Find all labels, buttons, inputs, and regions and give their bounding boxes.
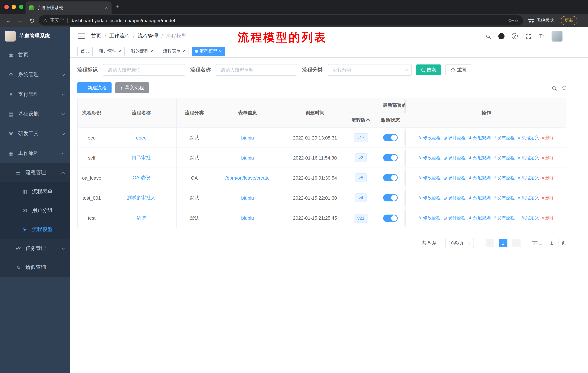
action-process-definition[interactable]: 流程定义 [517,215,539,221]
page-size-select[interactable]: 10条/页 [445,238,474,248]
sidebar-item-user-group[interactable]: 用户分组 [0,201,70,220]
action-process-definition[interactable]: 流程定义 [517,195,539,201]
process-name-link[interactable]: 自己审批 [106,148,177,168]
action-design-process[interactable]: 设计流程 [443,215,465,221]
sidebar-item-payment[interactable]: 支付管理 [0,84,70,104]
tag-home[interactable]: 首页 [77,46,93,56]
sidebar-item-process-management[interactable]: 流程管理 [0,163,70,182]
new-tab-button[interactable] [116,3,120,10]
user-avatar[interactable] [552,30,562,41]
tab-close-icon[interactable] [105,5,108,10]
sidebar-item-process-model[interactable]: 流程模型 [0,220,70,239]
action-edit-process[interactable]: 修改流程 [419,215,440,221]
process-name-link[interactable]: 滔博 [106,208,177,228]
action-delete[interactable]: 删除 [542,215,554,221]
form-info-link[interactable]: biubiu [212,208,283,228]
github-icon[interactable] [498,32,505,40]
sidebar-item-home[interactable]: 首页 [0,45,70,65]
active-toggle[interactable] [383,134,398,141]
create-process-button[interactable]: 新建流程 [77,82,112,93]
process-name-link[interactable]: OA 请假 [106,168,177,188]
form-info-link[interactable]: /bpm/oa/leave/create [212,168,283,188]
close-icon[interactable] [118,49,121,54]
action-assign-rule[interactable]: 分配规则 [468,155,491,161]
active-toggle[interactable] [383,154,398,161]
action-publish-process[interactable]: 发布流程 [494,175,514,181]
action-publish-process[interactable]: 发布流程 [494,155,514,161]
action-edit-process[interactable]: 修改流程 [419,195,440,201]
action-delete[interactable]: 删除 [542,135,554,141]
process-name-input[interactable] [216,64,297,76]
address-bar[interactable]: 不安全 dashboard.yudao.iocoder.cn/bpm/manag… [39,15,523,26]
action-edit-process[interactable]: 修改流程 [419,135,440,141]
active-toggle[interactable] [383,194,398,202]
browser-update-button[interactable]: 更新 [561,16,578,25]
action-design-process[interactable]: 设计流程 [443,195,465,201]
reset-button[interactable]: 重置 [445,64,472,75]
search-button[interactable]: 搜索 [416,64,441,75]
prev-page-button[interactable] [486,239,494,247]
action-process-definition[interactable]: 流程定义 [517,155,539,161]
search-icon[interactable] [484,32,491,40]
form-info-link[interactable]: biubiu [212,188,283,208]
import-process-button[interactable]: 导入流程 [115,82,149,93]
breadcrumb-home[interactable]: 首页 [91,33,101,39]
bookmark-star-icon[interactable] [514,18,519,23]
action-publish-process[interactable]: 发布流程 [494,135,514,141]
table-search-icon[interactable] [552,86,556,90]
help-icon[interactable] [511,32,518,40]
sidebar-item-devtools[interactable]: 研发工具 [0,124,70,143]
next-page-button[interactable] [512,239,521,247]
action-process-definition[interactable]: 流程定义 [517,135,539,141]
browser-menu-icon[interactable] [580,18,584,23]
action-delete[interactable]: 删除 [542,155,554,161]
process-name-link[interactable]: eeee [106,128,177,148]
sidebar-item-workflow[interactable]: 工作流程 [0,143,70,163]
action-publish-process[interactable]: 发布流程 [494,195,514,201]
action-design-process[interactable]: 设计流程 [443,175,465,181]
sidebar-item-system[interactable]: 系统管理 [0,65,70,84]
action-edit-process[interactable]: 修改流程 [419,175,440,181]
tag-my-process[interactable]: 我的流程 [128,46,156,56]
active-toggle[interactable] [383,174,398,181]
url-text[interactable]: dashboard.yudao.iocoder.cn/bpm/manager/m… [71,18,506,23]
sidebar-item-infrastructure[interactable]: 基础设施 [0,104,70,124]
action-assign-rule[interactable]: 分配规则 [468,215,491,221]
breadcrumb-process-management[interactable]: 流程管理 [138,33,158,39]
action-delete[interactable]: 删除 [542,195,554,201]
current-page-button[interactable]: 1 [499,239,507,247]
fullscreen-icon[interactable] [525,32,532,40]
zoom-window-button[interactable] [19,5,23,9]
minimize-window-button[interactable] [12,5,16,9]
sidebar-item-leave-query[interactable]: 请假查询 [0,258,70,277]
table-refresh-icon[interactable] [562,86,566,90]
password-key-icon[interactable] [509,19,511,22]
process-name-link[interactable]: 测试多审批人 [106,188,177,208]
action-edit-process[interactable]: 修改流程 [419,155,440,161]
goto-page-input[interactable] [545,238,558,248]
form-info-link[interactable]: biubiu [212,148,283,168]
form-info-link[interactable]: biubiu [212,128,283,148]
active-toggle[interactable] [383,214,398,222]
action-assign-rule[interactable]: 分配规则 [468,175,491,181]
close-icon[interactable] [182,49,185,54]
close-window-button[interactable] [4,5,9,9]
action-assign-rule[interactable]: 分配规则 [468,195,491,201]
font-size-icon[interactable] [538,32,545,40]
back-button[interactable] [4,17,13,23]
action-design-process[interactable]: 设计流程 [443,135,465,141]
sidebar-item-task-management[interactable]: 任务管理 [0,239,70,258]
tag-process-form[interactable]: 流程表单 [160,46,188,56]
tag-tenant[interactable]: 租户管理 [96,46,125,56]
close-icon[interactable] [150,49,153,54]
breadcrumb-workflow[interactable]: 工作流程 [109,33,130,39]
forward-button[interactable] [15,17,25,23]
process-key-input[interactable] [103,64,185,76]
reload-button[interactable] [27,18,36,22]
action-design-process[interactable]: 设计流程 [443,155,465,161]
browser-tab[interactable]: 芋道管理系统 [26,1,112,14]
category-select[interactable]: 流程分类 [328,64,411,76]
action-process-definition[interactable]: 流程定义 [517,175,539,181]
close-icon[interactable] [219,49,222,54]
action-publish-process[interactable]: 发布流程 [494,215,514,221]
